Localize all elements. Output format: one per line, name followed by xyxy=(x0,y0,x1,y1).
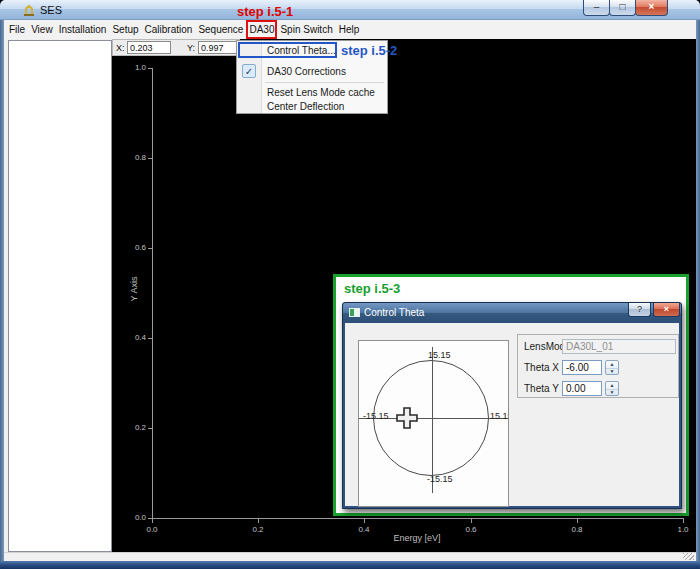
theta-x-spinner[interactable]: ▲ ▼ xyxy=(605,360,619,375)
x-tick-label: 0.2 xyxy=(243,525,273,534)
menu-item-da30-corrections[interactable]: DA30 Corrections xyxy=(267,65,346,78)
minimize-button[interactable]: – xyxy=(583,0,610,16)
y-tick-mark xyxy=(148,428,153,429)
x-axis-line xyxy=(152,518,684,519)
menu-view[interactable]: View xyxy=(28,20,56,39)
x-tick-label: 0.8 xyxy=(562,525,592,534)
menu-bar: File View Installation Setup Calibration… xyxy=(4,20,696,39)
theta-y-label: Theta Y xyxy=(524,383,559,394)
window-title: SES xyxy=(40,4,62,16)
dialog-body: 15.15 -15.15 15.15 -15.15 LensMode DA30L… xyxy=(345,323,679,506)
y-tick-label: 0.0 xyxy=(124,513,146,522)
dialog-title: Control Theta xyxy=(364,307,424,318)
theta-y-field[interactable]: 0.00 xyxy=(562,381,602,396)
annotation-box-control-theta xyxy=(238,42,337,58)
menu-da30[interactable]: DA30 xyxy=(246,20,277,39)
theta-y-axis-line xyxy=(432,347,433,493)
theta-controls-group: LensMode DA30L_01 Theta X -6.00 ▲ ▼ Thet… xyxy=(517,334,679,398)
dialog-icon xyxy=(349,308,360,317)
theta-polar-plot[interactable]: 15.15 -15.15 15.15 -15.15 xyxy=(358,340,509,507)
theta-cursor-cross-icon[interactable] xyxy=(396,407,418,429)
theta-label-right: 15.15 xyxy=(490,411,509,421)
y-tick-mark xyxy=(148,68,153,69)
theta-x-label: Theta X xyxy=(524,362,559,373)
spin-down-icon[interactable]: ▼ xyxy=(606,389,618,395)
theta-x-field[interactable]: -6.00 xyxy=(562,360,602,375)
y-tick-mark xyxy=(148,158,153,159)
menu-installation[interactable]: Installation xyxy=(56,20,110,39)
x-tick-label: 1.0 xyxy=(668,525,696,534)
sequence-list-panel[interactable] xyxy=(8,40,112,552)
y-tick-mark xyxy=(148,338,153,339)
y-tick-label: 1.0 xyxy=(124,63,146,72)
x-axis-title: Energy [eV] xyxy=(342,533,492,543)
resize-grip-icon[interactable] xyxy=(683,553,694,560)
menu-spin-switch[interactable]: Spin Switch xyxy=(277,20,335,39)
spin-up-icon[interactable]: ▲ xyxy=(606,382,618,389)
lensmode-field: DA30L_01 xyxy=(562,339,676,354)
menu-sequence[interactable]: Sequence xyxy=(195,20,246,39)
spin-down-icon[interactable]: ▼ xyxy=(606,368,618,374)
y-axis-title: Y Axis xyxy=(129,269,139,309)
spin-up-icon[interactable]: ▲ xyxy=(606,361,618,368)
da30-dropdown-menu: Control Theta... ✓ DA30 Corrections Rese… xyxy=(236,40,388,114)
control-theta-dialog: Control Theta ? × 15.15 -15.15 15.15 -15… xyxy=(342,302,682,509)
maximize-button[interactable]: □ xyxy=(609,0,636,16)
theta-y-spinner[interactable]: ▲ ▼ xyxy=(605,381,619,396)
x-tick-label: 0.0 xyxy=(137,525,167,534)
dialog-title-bar: Control Theta ? × xyxy=(343,303,681,323)
y-readout-field[interactable]: 0.997 xyxy=(198,41,239,54)
x-tick-mark xyxy=(577,519,578,523)
dialog-close-button[interactable]: × xyxy=(653,303,680,317)
close-button[interactable]: × xyxy=(635,0,668,16)
x-tick-mark xyxy=(683,519,684,523)
y-tick-label: 0.8 xyxy=(124,153,146,162)
ses-app-icon xyxy=(22,3,36,17)
window-controls: – □ × xyxy=(584,0,668,16)
y-tick-label: 0.6 xyxy=(124,243,146,252)
checkmark-icon: ✓ xyxy=(242,64,256,78)
menu-item-center-deflection[interactable]: Center Deflection xyxy=(267,100,344,113)
menu-setup[interactable]: Setup xyxy=(109,20,141,39)
dialog-help-button[interactable]: ? xyxy=(628,303,651,317)
x-tick-mark xyxy=(471,519,472,523)
theta-label-bottom: -15.15 xyxy=(427,474,453,484)
y-tick-label: 0.2 xyxy=(124,423,146,432)
menu-separator xyxy=(265,82,384,83)
x-tick-mark xyxy=(152,519,153,523)
x-readout-field[interactable]: 0.203 xyxy=(127,41,171,54)
y-tick-mark xyxy=(148,248,153,249)
x-tick-mark xyxy=(364,519,365,523)
application-window: SES – □ × File View Installation Setup C… xyxy=(0,0,700,569)
menu-file[interactable]: File xyxy=(6,20,28,39)
menu-help[interactable]: Help xyxy=(336,20,363,39)
window-bottom-border xyxy=(0,561,700,569)
menu-item-reset-lens-mode-cache[interactable]: Reset Lens Mode cache xyxy=(267,86,375,99)
menu-calibration[interactable]: Calibration xyxy=(142,20,196,39)
annotation-step-i5-1: step i.5-1 xyxy=(237,4,293,19)
cursor-readout: X: 0.203 Y: 0.997 xyxy=(112,39,240,56)
status-bar xyxy=(4,552,696,561)
y-tick-label: 0.4 xyxy=(124,333,146,342)
theta-label-left: -15.15 xyxy=(363,411,389,421)
x-readout-label: X: xyxy=(116,43,125,53)
theta-label-top: 15.15 xyxy=(428,350,451,360)
annotation-step-i5-2: step i.5-2 xyxy=(341,43,397,58)
y-readout-label: Y: xyxy=(187,43,195,53)
y-axis-line xyxy=(152,68,153,519)
title-bar: SES – □ × xyxy=(0,0,700,20)
x-tick-mark xyxy=(258,519,259,523)
annotation-step-i5-3: step i.5-3 xyxy=(344,281,400,296)
